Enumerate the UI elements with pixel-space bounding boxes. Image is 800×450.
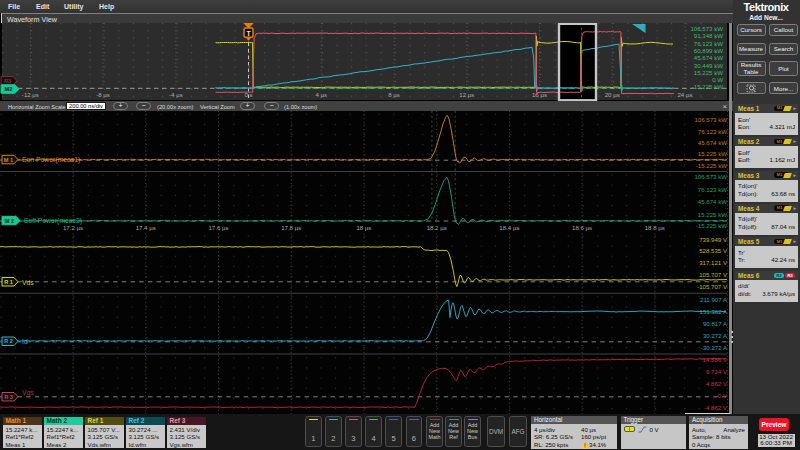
svg-text:739.949 V: 739.949 V [699,236,728,243]
svg-text:12 µs: 12 µs [459,91,474,98]
svg-text:-12 µs: -12 µs [22,91,39,98]
svg-text:15.225 kW: 15.225 kW [694,69,723,76]
svg-text:18.4 µs: 18.4 µs [499,224,519,231]
svg-text:17.4 µs: 17.4 µs [136,224,156,231]
svg-text:106.573 kW: 106.573 kW [690,25,723,32]
svg-text:0 s: 0 s [245,91,253,98]
svg-text:211.907 A: 211.907 A [700,296,728,303]
svg-text:15.225 kW: 15.225 kW [698,211,727,218]
svg-text:528.535 V: 528.535 V [699,247,728,254]
svg-text:76.123 kW: 76.123 kW [698,128,727,135]
svg-text:106.573 kW: 106.573 kW [694,116,727,123]
svg-text:Id: Id [22,338,28,345]
svg-text:90.817 A: 90.817 A [703,320,728,327]
svg-text:4 µs: 4 µs [315,91,327,98]
svg-text:45.674 kW: 45.674 kW [698,139,727,146]
svg-text:106.573 kW: 106.573 kW [694,173,727,180]
svg-text:151.362 A: 151.362 A [700,308,728,315]
svg-text:-8 µs: -8 µs [96,91,110,98]
svg-text:16 µs: 16 µs [532,91,547,98]
svg-text:15.225 kW: 15.225 kW [698,150,727,157]
svg-text:Eoff Power(meas2): Eoff Power(meas2) [24,217,82,225]
svg-text:76.123 kW: 76.123 kW [694,40,723,47]
svg-text:R3: R3 [4,78,11,84]
svg-text:24 µs: 24 µs [677,91,692,98]
svg-text:20 µs: 20 µs [605,91,620,98]
svg-text:R 3: R 3 [4,394,13,400]
svg-text:M2: M2 [5,86,13,92]
svg-text:Vgs: Vgs [22,389,34,397]
svg-text:17.8 µs: 17.8 µs [281,224,301,231]
svg-text:30.449 kW: 30.449 kW [694,62,723,69]
svg-text:8 µs: 8 µs [388,91,400,98]
svg-text:105.707 V: 105.707 V [699,271,728,278]
svg-text:45.674 kW: 45.674 kW [698,198,727,205]
svg-text:-15.225 kW: -15.225 kW [696,162,727,169]
svg-text:17.6 µs: 17.6 µs [208,224,228,231]
svg-text:-4 µs: -4 µs [169,91,183,98]
svg-text:0 W: 0 W [712,76,723,83]
svg-text:-105.707 V: -105.707 V [697,283,728,290]
svg-text:17.2 µs: 17.2 µs [63,224,83,231]
svg-text:30.272 A: 30.272 A [703,332,728,339]
svg-text:0 V: 0 V [718,392,728,399]
svg-text:9.724 V: 9.724 V [706,368,728,375]
svg-text:76.123 kW: 76.123 kW [698,186,727,193]
svg-text:60.899 kW: 60.899 kW [694,47,723,54]
svg-text:M 1: M 1 [4,157,13,163]
svg-text:4.862 V: 4.862 V [706,380,728,387]
svg-text:18.6 µs: 18.6 µs [572,224,592,231]
svg-text:91.348 kW: 91.348 kW [694,32,723,39]
svg-text:Vds: Vds [22,279,34,286]
svg-text:18 µs: 18 µs [356,224,371,231]
svg-text:14.586 V: 14.586 V [703,356,728,363]
svg-text:-15.225 kW: -15.225 kW [692,83,723,90]
svg-text:-15.225 kW: -15.225 kW [696,222,727,229]
svg-text:45.674 kW: 45.674 kW [694,54,723,61]
svg-text:-30.272 A: -30.272 A [701,344,728,351]
svg-text:Eon Power(meas1): Eon Power(meas1) [22,156,80,164]
svg-text:M 2: M 2 [5,218,14,224]
svg-text:R 2: R 2 [4,338,13,344]
svg-text:18.2 µs: 18.2 µs [427,224,447,231]
svg-text:R 1: R 1 [4,279,13,285]
svg-text:-4.862 V: -4.862 V [704,404,728,411]
svg-text:317.121 V: 317.121 V [699,259,728,266]
svg-text:18.8 µs: 18.8 µs [645,224,665,231]
